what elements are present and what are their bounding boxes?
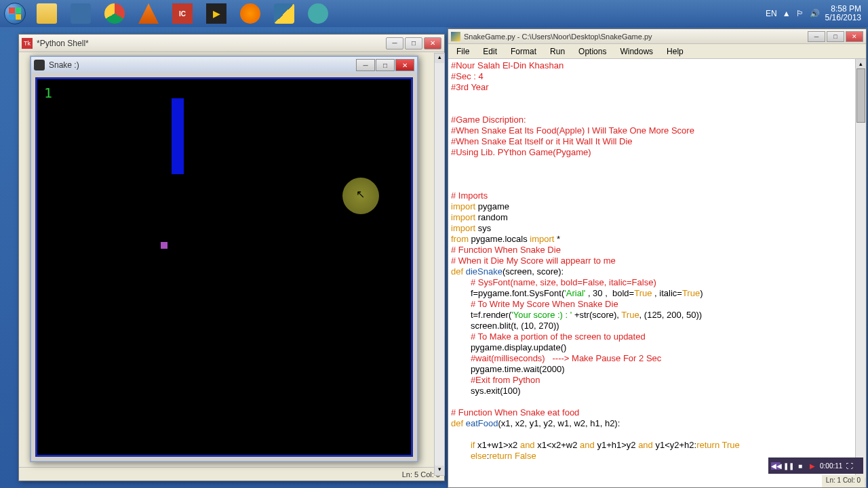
menu-edit[interactable]: Edit xyxy=(477,45,502,58)
menu-file[interactable]: File xyxy=(451,45,475,58)
menu-options[interactable]: Options xyxy=(573,45,612,58)
snake-game-window: Snake :) ─ □ ✕ 1 xyxy=(30,56,418,462)
shell-titlebar[interactable]: Tk *Python Shell* ─ □ ✕ xyxy=(19,35,444,52)
windows-orb-icon xyxy=(4,3,26,24)
idle-menubar: File Edit Format Run Options Windows Hel… xyxy=(448,44,866,59)
menu-windows[interactable]: Windows xyxy=(614,45,658,58)
idle-titlebar[interactable]: SnakeGame.py - C:\Users\Noor\Desktop\Sna… xyxy=(448,29,866,44)
scroll-up-icon[interactable]: ▴ xyxy=(435,54,444,63)
tray-date: 5/16/2013 xyxy=(825,14,861,22)
idle-statusbar: Ln: 1 Col: 0 xyxy=(822,475,865,487)
snake-maximize-button[interactable]: □ xyxy=(376,59,395,71)
idle-minimize-button[interactable]: ─ xyxy=(808,31,825,42)
shell-line-indicator: Ln: 5 xyxy=(402,470,418,479)
tray-volume-icon[interactable]: 🔊 xyxy=(810,9,820,18)
shell-vertical-scrollbar[interactable]: ▴ ▾ xyxy=(434,53,445,476)
system-tray: EN ▲ 🏳 🔊 8:58 PM 5/16/2013 xyxy=(766,5,868,22)
shell-statusbar: Ln: 5 Col: 0 xyxy=(19,467,444,481)
snake-body xyxy=(172,98,184,174)
snake-game-canvas[interactable]: 1 xyxy=(35,77,413,457)
idle-title-text: SnakeGame.py - C:\Users\Noor\Desktop\Sna… xyxy=(464,33,808,41)
tray-clock[interactable]: 8:58 PM 5/16/2013 xyxy=(825,5,861,22)
python-file-icon xyxy=(451,32,460,41)
shell-title: *Python Shell* xyxy=(37,39,386,48)
taskbar-explorer-icon[interactable] xyxy=(30,0,64,27)
taskbar-app-icon-1[interactable] xyxy=(64,0,98,27)
media-prev-icon[interactable]: ◀◀ xyxy=(771,462,781,470)
idle-editor-window: SnakeGame.py - C:\Users\Noor\Desktop\Sna… xyxy=(448,28,867,488)
tray-network-icon[interactable]: 🏳 xyxy=(796,9,804,18)
snake-score: 1 xyxy=(44,85,52,101)
language-indicator[interactable]: EN xyxy=(766,9,777,18)
menu-format[interactable]: Format xyxy=(505,45,542,58)
taskbar-media-icon[interactable]: ▶ xyxy=(199,0,233,27)
idle-line-indicator: Ln: 1 xyxy=(826,476,841,484)
scroll-thumb[interactable] xyxy=(856,68,865,123)
idle-vertical-scrollbar[interactable]: ▴ ▾ xyxy=(855,59,866,487)
taskbar-firefox-icon[interactable] xyxy=(233,0,267,27)
taskbar-app-icon-3[interactable] xyxy=(301,0,335,27)
tk-icon: Tk xyxy=(22,38,33,49)
idle-close-button[interactable]: ✕ xyxy=(846,31,863,42)
pygame-icon xyxy=(34,60,45,70)
media-time: 0:00:11 xyxy=(820,462,842,470)
shell-maximize-button[interactable]: □ xyxy=(405,37,422,49)
media-player-overlay[interactable]: ◀◀ ❚❚ ■ ▶ 0:00:11 ⛶ xyxy=(768,458,863,474)
idle-col-indicator: Col: 0 xyxy=(843,476,861,484)
snake-close-button[interactable]: ✕ xyxy=(395,59,414,71)
snake-minimize-button[interactable]: ─ xyxy=(356,59,375,71)
media-expand-icon[interactable]: ⛶ xyxy=(845,462,854,470)
media-play-icon[interactable]: ▶ xyxy=(808,462,817,470)
snake-titlebar[interactable]: Snake :) ─ □ ✕ xyxy=(31,57,417,73)
scroll-down-icon[interactable]: ▾ xyxy=(435,466,444,475)
taskbar: IC ▶ EN ▲ 🏳 🔊 8:58 PM 5/16/2013 xyxy=(0,0,868,27)
taskbar-vlc-icon[interactable] xyxy=(132,0,165,27)
shell-close-button[interactable]: ✕ xyxy=(424,37,441,49)
taskbar-python-icon[interactable] xyxy=(267,0,301,27)
media-pause-icon[interactable]: ❚❚ xyxy=(783,462,793,470)
snake-title-text: Snake :) xyxy=(49,60,356,70)
idle-maximize-button[interactable]: □ xyxy=(827,31,844,42)
code-editor[interactable]: #Nour Salah El-Din Khashan #Sec : 4 #3rd… xyxy=(448,59,866,487)
menu-help[interactable]: Help xyxy=(661,45,689,58)
media-stop-icon[interactable]: ■ xyxy=(795,462,805,470)
snake-food xyxy=(161,242,167,249)
taskbar-chrome-icon[interactable] xyxy=(98,0,132,27)
tray-flag-icon[interactable]: ▲ xyxy=(783,9,791,18)
scroll-up-icon[interactable]: ▴ xyxy=(856,59,866,68)
shell-minimize-button[interactable]: ─ xyxy=(386,37,403,49)
start-button[interactable] xyxy=(0,0,30,27)
taskbar-app-icon-2[interactable]: IC xyxy=(165,0,199,27)
menu-run[interactable]: Run xyxy=(545,45,570,58)
